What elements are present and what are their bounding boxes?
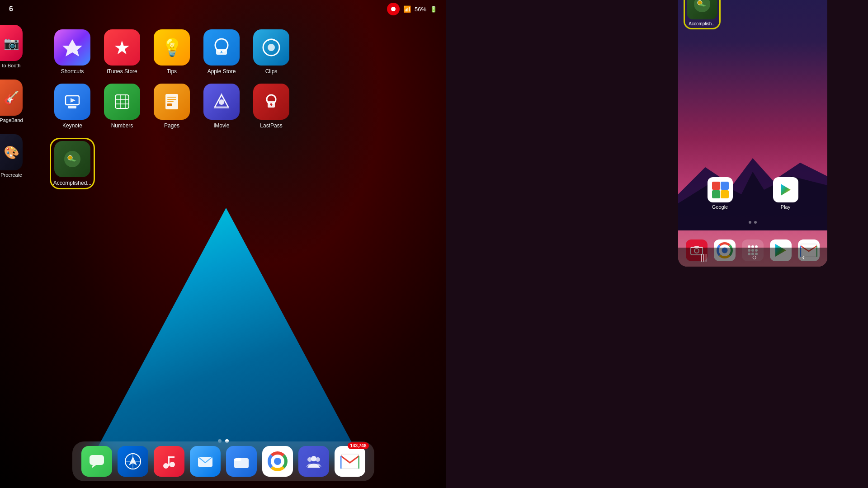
app-lastpass[interactable]: LastPass <box>249 84 294 129</box>
svg-rect-17 <box>167 99 176 100</box>
imovie-label: iMovie <box>214 122 230 129</box>
app-clips[interactable]: Clips <box>249 29 294 75</box>
svg-rect-57 <box>712 190 720 198</box>
tips-icon: 💡 <box>154 29 190 66</box>
svg-point-43 <box>307 457 312 462</box>
svg-rect-7 <box>68 106 76 108</box>
svg-marker-30 <box>92 465 96 468</box>
android-navbar: ||| ○ ‹ <box>678 248 827 267</box>
gmail-badge: 143,748 <box>348 442 368 449</box>
svg-rect-19 <box>167 103 172 106</box>
app-shortcuts[interactable]: Shortcuts <box>50 29 95 75</box>
apple-store-icon: A <box>203 29 240 66</box>
app-accomplished[interactable]: Accomplished... <box>50 138 95 189</box>
svg-rect-29 <box>90 455 104 465</box>
app-tips[interactable]: 💡 Tips <box>149 29 194 75</box>
svg-point-5 <box>268 44 275 51</box>
android-screen: 6:46 ⬛📶📶 94% G Accompli <box>678 0 827 267</box>
android-dot-2 <box>754 221 757 224</box>
wifi-icon: 📶 <box>403 5 411 13</box>
itunes-label: iTunes Store <box>107 68 137 75</box>
record-dot <box>391 7 396 11</box>
android-page-dots <box>749 221 757 224</box>
svg-point-36 <box>170 462 175 467</box>
svg-marker-59 <box>781 184 791 196</box>
shortcuts-icon <box>54 29 90 66</box>
nav-back[interactable]: ‹ <box>798 249 808 266</box>
svg-point-44 <box>316 457 320 462</box>
lastpass-label: LastPass <box>260 122 282 129</box>
accomplished-android-icon <box>687 0 717 19</box>
pages-icon <box>154 84 190 120</box>
battery-percent: 56% <box>415 6 426 13</box>
pages-label: Pages <box>164 122 179 129</box>
tips-label: Tips <box>167 68 177 75</box>
svg-rect-55 <box>712 182 720 190</box>
accomplished-android-label: Accomplish... <box>687 21 717 26</box>
app-pages[interactable]: Pages <box>149 84 194 129</box>
app-row-3: Accomplished... <box>50 138 433 189</box>
dock-messages[interactable] <box>81 446 112 477</box>
app-apple-store[interactable]: A Apple Store <box>199 29 244 75</box>
android-app-google[interactable]: Google <box>704 177 736 210</box>
accomplished-android-highlighted[interactable]: Accomplish... <box>684 0 721 29</box>
ipad-screen: 6 📶 56% 🔋 📷 to Booth 🎸 PageBand 🎨 <box>0 0 446 488</box>
numbers-label: Numbers <box>111 122 133 129</box>
play-app-label: Play <box>781 204 790 210</box>
play-app-icon <box>773 177 798 202</box>
svg-rect-37 <box>168 456 170 466</box>
app-keynote[interactable]: Keynote <box>50 84 95 129</box>
svg-text:A: A <box>220 50 223 54</box>
android-app-row-1: Google Play <box>687 177 818 210</box>
svg-rect-56 <box>721 182 729 190</box>
dock-music[interactable] <box>154 446 184 477</box>
svg-rect-41 <box>234 458 241 461</box>
google-app-icon <box>708 177 733 202</box>
ipad-statusbar: 6 📶 56% 🔋 <box>0 0 446 18</box>
dock-chrome[interactable] <box>262 446 293 477</box>
imovie-icon <box>203 84 240 120</box>
app-imovie[interactable]: iMovie <box>199 84 244 129</box>
dock-gmail[interactable]: 143,748 <box>335 446 365 477</box>
svg-marker-9 <box>71 98 75 103</box>
nav-recents[interactable]: ||| <box>697 249 711 266</box>
google-app-label: Google <box>712 204 728 210</box>
accomplished-label: Accomplished... <box>53 180 92 186</box>
itunes-icon: ★ <box>104 29 140 66</box>
android-dot-1 <box>749 221 751 224</box>
record-button[interactable] <box>387 3 400 15</box>
svg-marker-0 <box>62 39 82 56</box>
apple-store-label: Apple Store <box>208 68 236 75</box>
dock-safari[interactable] <box>118 446 148 477</box>
app-numbers[interactable]: Numbers <box>99 84 145 129</box>
svg-point-22 <box>219 99 224 105</box>
svg-rect-18 <box>167 101 174 102</box>
ipad-app-grid: Shortcuts ★ iTunes Store 💡 Tips A <box>0 25 446 203</box>
shortcuts-label: Shortcuts <box>61 68 84 75</box>
android-bottom-apps: Google Play <box>678 177 827 217</box>
svg-rect-26 <box>271 104 272 106</box>
svg-rect-38 <box>168 456 175 458</box>
svg-point-27 <box>64 151 80 167</box>
accomplished-icon <box>54 141 90 177</box>
ipad-dock: 143,748 <box>72 441 374 481</box>
svg-rect-45 <box>341 454 359 469</box>
android-app-play[interactable]: Play <box>770 177 802 210</box>
svg-point-35 <box>163 463 169 469</box>
dock-teams[interactable] <box>298 446 329 477</box>
keynote-label: Keynote <box>62 122 82 129</box>
numbers-icon <box>104 84 140 120</box>
clips-icon <box>253 29 289 66</box>
app-itunes-store[interactable]: ★ iTunes Store <box>99 29 145 75</box>
dock-files[interactable] <box>226 446 257 477</box>
app-row-2: Keynote Numbers <box>50 84 433 129</box>
svg-point-42 <box>311 456 316 461</box>
svg-rect-16 <box>167 97 176 98</box>
nav-home[interactable]: ○ <box>749 249 761 266</box>
svg-rect-58 <box>721 190 729 198</box>
clips-label: Clips <box>265 68 278 75</box>
svg-rect-10 <box>115 95 129 108</box>
app-row-1: Shortcuts ★ iTunes Store 💡 Tips A <box>50 29 433 75</box>
ipad-time: 6 <box>9 5 13 13</box>
dock-mail[interactable] <box>190 446 221 477</box>
